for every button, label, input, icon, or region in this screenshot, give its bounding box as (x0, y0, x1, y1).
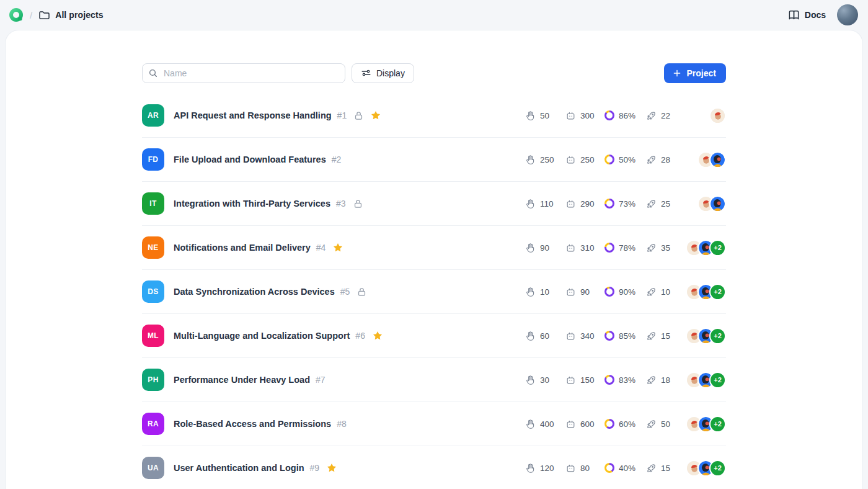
project-id: #1 (337, 110, 347, 120)
manual-tests-count: 60 (540, 331, 549, 341)
test-runs-stat: 28 (646, 155, 686, 165)
test-runs-stat: 25 (646, 199, 686, 209)
automated-tests-count: 600 (580, 419, 595, 429)
project-row[interactable]: IT Integration with Third-Party Services… (142, 182, 726, 226)
project-avatar: NE (142, 236, 164, 259)
member-stack: +2 (686, 372, 726, 388)
automation-percent-stat: 60% (604, 419, 646, 429)
search-field-wrap (142, 63, 345, 83)
automation-percent: 85% (619, 331, 636, 341)
hand-icon (525, 331, 536, 341)
project-row-left: UA User Authentication and Login #9 (142, 457, 525, 479)
add-project-button[interactable]: Project (664, 63, 726, 83)
manual-tests-stat: 120 (525, 463, 565, 473)
docs-link[interactable]: Docs (788, 9, 826, 21)
project-stats: 10 90 90% 10 (525, 284, 726, 300)
project-name: Notifications and Email Delivery (174, 243, 311, 253)
folder-icon (38, 9, 50, 21)
rocket-icon (646, 243, 657, 253)
automated-tests-stat: 300 (565, 110, 604, 121)
app-logo[interactable] (9, 7, 24, 22)
star-icon[interactable] (326, 462, 337, 473)
project-row[interactable]: ML Multi-Language and Localization Suppo… (142, 314, 726, 358)
automated-tests-stat: 310 (565, 243, 604, 253)
project-row[interactable]: PH Performance Under Heavy Load #7 30 (142, 358, 726, 402)
automated-tests-stat: 90 (565, 287, 604, 297)
lock-icon (353, 110, 364, 121)
project-stats: 400 600 60% (525, 416, 726, 433)
robot-icon (565, 419, 576, 429)
test-runs-count: 50 (661, 419, 670, 429)
manual-tests-count: 10 (540, 287, 549, 297)
project-row[interactable]: RA Role-Based Access and Permissions #8 … (142, 402, 726, 446)
add-project-button-label: Project (687, 68, 716, 78)
automation-donut (604, 287, 614, 297)
project-row[interactable]: UA User Authentication and Login #9 120 (142, 446, 726, 489)
automation-percent-stat: 83% (604, 375, 646, 385)
projects-card: Display Project AR API Request and Respo… (5, 30, 863, 489)
project-id: #4 (316, 243, 326, 253)
star-icon[interactable] (332, 242, 343, 253)
project-row[interactable]: AR API Request and Response Handling #1 (142, 94, 726, 138)
project-row-left: ML Multi-Language and Localization Suppo… (142, 325, 525, 347)
project-name: Multi-Language and Localization Support (174, 331, 350, 341)
hand-icon (525, 375, 536, 385)
toolbar: Display Project (142, 63, 726, 83)
member-stack (686, 151, 726, 168)
manual-tests-count: 110 (540, 199, 554, 209)
automation-percent: 50% (619, 155, 636, 164)
person-dark-hair-avatar (709, 151, 726, 168)
project-list: AR API Request and Response Handling #1 (142, 94, 726, 489)
automation-percent: 90% (619, 287, 636, 297)
star-icon[interactable] (372, 330, 383, 341)
member-stack: +2 (686, 284, 726, 300)
user-avatar[interactable] (837, 4, 858, 25)
extra-members-badge: +2 (709, 416, 726, 433)
lock-icon (353, 199, 363, 209)
hand-icon (525, 243, 536, 253)
test-runs-stat: 15 (646, 463, 686, 473)
manual-tests-count: 250 (540, 155, 554, 164)
extra-members-badge: +2 (709, 460, 726, 477)
project-name: Performance Under Heavy Load (174, 375, 310, 385)
automation-percent: 78% (619, 243, 636, 253)
automation-percent-stat: 73% (604, 199, 646, 209)
test-runs-stat: 15 (646, 331, 686, 341)
project-name: User Authentication and Login (174, 463, 304, 473)
manual-tests-stat: 10 (525, 287, 565, 297)
hand-icon (525, 199, 536, 209)
sliders-icon (361, 68, 371, 78)
test-runs-stat: 35 (646, 243, 686, 253)
hand-icon (525, 287, 536, 297)
project-avatar: PH (142, 369, 164, 391)
member-stack (686, 107, 726, 124)
hand-icon (525, 419, 536, 429)
automated-tests-count: 340 (580, 331, 595, 341)
project-row[interactable]: DS Data Synchronization Across Devices #… (142, 270, 726, 314)
automated-tests-stat: 600 (565, 419, 604, 429)
manual-tests-count: 90 (540, 243, 549, 253)
member-stack: +2 (686, 416, 726, 433)
project-row[interactable]: FD File Upload and Download Features #2 … (142, 138, 726, 182)
project-id: #8 (337, 419, 347, 429)
automation-donut (604, 199, 614, 209)
test-runs-count: 28 (661, 155, 670, 164)
robot-icon (565, 199, 576, 209)
breadcrumb[interactable]: All projects (38, 9, 103, 21)
extra-members-badge: +2 (709, 240, 726, 256)
manual-tests-stat: 30 (525, 375, 565, 385)
hand-icon (525, 110, 536, 121)
search-input[interactable] (142, 63, 345, 83)
automation-donut (604, 419, 614, 429)
project-row-left: RA Role-Based Access and Permissions #8 (142, 413, 525, 435)
project-row[interactable]: NE Notifications and Email Delivery #4 9… (142, 226, 726, 270)
star-icon[interactable] (370, 110, 381, 121)
automation-donut (604, 155, 614, 164)
manual-tests-stat: 250 (525, 155, 565, 165)
automated-tests-count: 250 (580, 155, 595, 164)
manual-tests-stat: 400 (525, 419, 565, 429)
rocket-icon (646, 155, 657, 165)
display-button[interactable]: Display (352, 63, 414, 83)
person-red-cap-avatar (709, 107, 726, 124)
automation-donut (604, 463, 614, 473)
